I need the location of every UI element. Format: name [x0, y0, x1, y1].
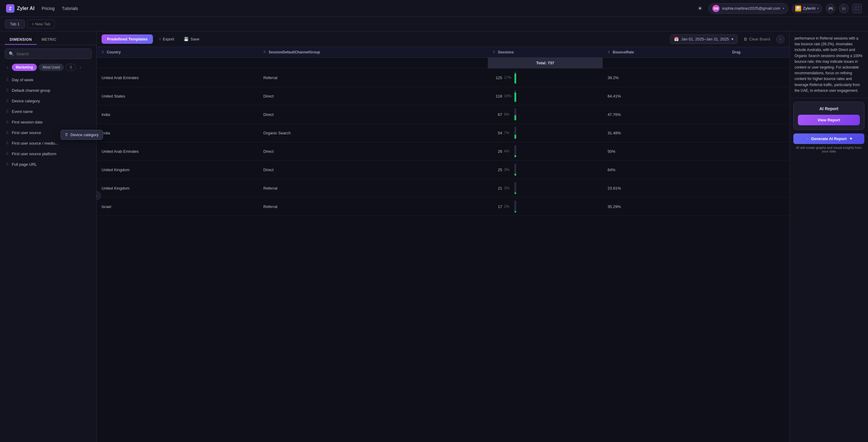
org-chevron-icon: ▾	[817, 7, 819, 10]
col-drag-3: ⠿	[608, 50, 610, 54]
theme-toggle[interactable]: ☀	[695, 4, 705, 13]
logo-icon: Z	[6, 4, 14, 13]
cat-s[interactable]: S	[66, 64, 76, 71]
col-sessions: ⠿ Sessions	[488, 47, 602, 58]
sidebar-item-full-page-url[interactable]: ⠿ Full page URL	[2, 159, 94, 170]
fullscreen-btn[interactable]: ⛶	[852, 4, 862, 13]
toolbar-next-arrow[interactable]: ›	[776, 35, 784, 43]
generate-label: Generate AI Report	[811, 136, 847, 141]
cell-country-4: United Arab Emirates	[97, 142, 258, 161]
drag-icon-2: ⠿	[6, 99, 9, 103]
cell-bounce-3: 31.48%	[602, 124, 727, 142]
save-button[interactable]: 💾 Save	[180, 35, 203, 43]
search-input[interactable]	[16, 52, 88, 56]
bar-1	[515, 92, 516, 102]
cell-bounce-4: 50%	[602, 142, 727, 161]
col-channel-label: SessionDefaultChannelGroup	[269, 50, 320, 54]
generate-ai-section: ✦ Generate AI Report ✦ AI will create gr…	[793, 133, 864, 153]
sidebar-item-device-category[interactable]: ⠿ Device category ⠿ Device category	[2, 96, 94, 106]
tab-dimension[interactable]: DIMENSION	[5, 35, 37, 45]
upload-icon: ↑	[159, 37, 161, 41]
drag-icon-4: ⠿	[6, 120, 9, 125]
cell-country-5: United Kingdom	[97, 161, 258, 179]
cell-country-6: United Kingdom	[97, 179, 258, 198]
avatar-icon-btn[interactable]: 🎮	[826, 4, 835, 13]
col-channel: ⠿ SessionDefaultChannelGroup	[258, 47, 488, 58]
generate-ai-report-button[interactable]: ✦ Generate AI Report ✦	[793, 133, 864, 144]
cell-channel-3: Organic Search	[258, 124, 488, 142]
tutorials-link[interactable]: Tutorials	[62, 6, 78, 11]
bar-6	[515, 192, 516, 194]
linkedin-icon-btn[interactable]: in	[839, 4, 849, 13]
user-pill[interactable]: SM sophia.martinez2025@gmail.com ▾	[708, 3, 788, 13]
col-bounce-label: BounceRate	[613, 50, 634, 54]
cat-next-arrow[interactable]: ›	[78, 64, 83, 71]
toolbar-right: 📅 Jan 01, 2025–Jan 31, 2025 ▾ 🗑 Clear Bo…	[670, 34, 784, 44]
sessions-val-5: 25	[493, 168, 502, 172]
sessions-val-4: 26	[493, 149, 502, 154]
sidebar-item-first-session-date[interactable]: ⠿ First session date	[2, 117, 94, 127]
ai-analysis-text: performance in Referral sessions with a …	[795, 36, 863, 93]
top-nav: Z Zyler AI Pricing Tutorials ☀ SM sophia…	[0, 0, 868, 17]
pricing-link[interactable]: Pricing	[42, 6, 55, 11]
sidebar-label-5: First user source	[12, 130, 41, 135]
bar-4	[515, 155, 516, 157]
cell-sessions-4: 26 4%	[488, 142, 602, 161]
sessions-pct-5: 3%	[504, 168, 513, 172]
tab-1[interactable]: Tab 1	[5, 20, 25, 28]
sidebar-item-day-of-week[interactable]: ⠿ Day of week	[2, 75, 94, 85]
sessions-val-0: 125	[493, 75, 502, 80]
cell-bounce-5: 64%	[602, 161, 727, 179]
date-range-button[interactable]: 📅 Jan 01, 2025–Jan 31, 2025 ▾	[670, 34, 738, 44]
sidebar-label-1: Default channel group	[12, 88, 50, 93]
sessions-pct-1: 16%	[504, 94, 513, 98]
col-drag-col: Drag	[727, 47, 789, 58]
sidebar-label-8: Full page URL	[12, 162, 37, 167]
table-row: Israel Referral 17 2% 35.29%	[97, 198, 789, 216]
sidebar-label-2: Device category	[12, 99, 40, 103]
drag-icon-3: ⠿	[6, 110, 9, 114]
col-drag-2: ⠿	[493, 50, 495, 54]
table-row: United Arab Emirates Direct 26 4% 5	[97, 142, 789, 161]
export-button[interactable]: ↑ Export	[155, 35, 178, 43]
total-sessions: Total: 737	[536, 61, 554, 65]
search-icon: 🔍	[9, 51, 14, 56]
table-row: India Direct 67 9% 47.76%	[97, 105, 789, 124]
clear-board-button[interactable]: 🗑 Clear Board	[740, 35, 774, 43]
date-range-label: Jan 01, 2025–Jan 31, 2025	[681, 37, 729, 41]
sidebar-item-event-name[interactable]: ⠿ Event name	[2, 106, 94, 117]
sessions-pct-2: 9%	[504, 112, 513, 116]
org-pill[interactable]: 📊 ZylerAI ▾	[792, 4, 822, 13]
drag-icon-5: ⠿	[6, 131, 9, 135]
cell-country-2: India	[97, 105, 258, 124]
cell-bounce-1: 64.41%	[602, 87, 727, 105]
drag-icon-7: ⠿	[6, 152, 9, 156]
user-email: sophia.martinez2025@gmail.com	[722, 6, 780, 10]
tooltip-drag-icon: ⠿	[65, 133, 68, 137]
sidebar-label-3: Event name	[12, 109, 33, 114]
sidebar-item-first-user-source-platform[interactable]: ⠿ First user source platform	[2, 148, 94, 159]
sessions-val-6: 21	[493, 186, 502, 191]
view-report-button[interactable]: View Report	[798, 115, 860, 125]
tab-metric[interactable]: METRIC	[37, 35, 61, 45]
cat-most-used[interactable]: Most Used	[39, 64, 64, 71]
predefined-templates-button[interactable]: Predefined Templates	[101, 34, 153, 44]
cell-sessions-5: 25 3%	[488, 161, 602, 179]
bar-7	[515, 211, 516, 212]
cat-marketing[interactable]: Marketing	[12, 64, 37, 71]
table-row: United Kingdom Referral 21 3% 23.81	[97, 179, 789, 198]
toolbar-left: Predefined Templates ↑ Export 💾 Save	[101, 34, 203, 44]
sessions-pct-4: 4%	[504, 149, 513, 154]
cat-prev-arrow[interactable]: ‹	[5, 64, 10, 71]
sidebar-search: 🔍	[0, 45, 96, 63]
sidebar: DIMENSION METRIC 🔍 ‹ Marketing Most Used…	[0, 31, 97, 442]
cell-channel-5: Direct	[258, 161, 488, 179]
nav-left: Z Zyler AI Pricing Tutorials	[6, 4, 78, 13]
new-tab-button[interactable]: + New Tab	[27, 20, 55, 28]
tooltip-label: Device category	[70, 133, 96, 137]
sidebar-item-default-channel[interactable]: ⠿ Default channel group	[2, 85, 94, 96]
sidebar-label-4: First session date	[12, 120, 42, 125]
drag-icon-1: ⠿	[6, 89, 9, 93]
cell-bounce-6: 23.81%	[602, 179, 727, 198]
tab-bar: Tab 1 + New Tab	[0, 17, 868, 31]
